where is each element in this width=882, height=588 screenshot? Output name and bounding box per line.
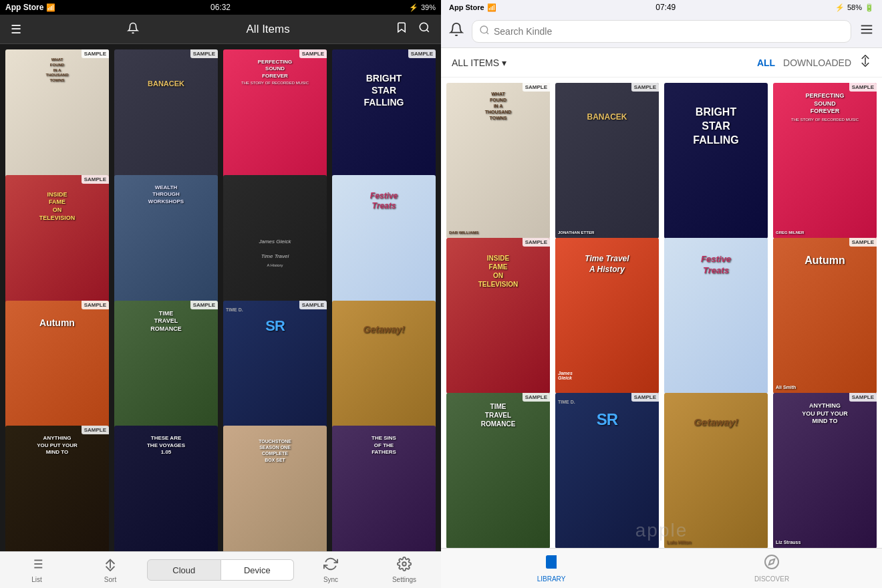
book-item[interactable]: BANACEK JONATHAN ETTER SAMPLE	[555, 83, 659, 239]
sort-label: Sort	[104, 576, 116, 583]
search-icon-left[interactable]	[418, 21, 430, 37]
menu-icon-left[interactable]: ☰	[11, 22, 21, 37]
book-title: THESE ARETHE VOYAGES1.05	[114, 432, 218, 458]
page-title-left: All Items	[247, 23, 290, 36]
book-title: Getaway!	[332, 321, 436, 338]
status-bar-right: App Store 📶 07:49 ⚡ 58% 🔋	[441, 0, 882, 15]
book-title: ANYTHINGYOU PUT YOURMIND TO	[5, 432, 109, 458]
svg-point-10	[480, 26, 488, 33]
svg-point-0	[420, 23, 428, 31]
wifi-icon-right: 📶	[487, 3, 496, 12]
sample-badge: SAMPLE	[82, 301, 109, 309]
filter-all-button[interactable]: ALL	[757, 57, 775, 68]
left-status-right: App Store 📶	[449, 3, 496, 12]
sample-badge: SAMPLE	[849, 83, 877, 92]
bluetooth-icon-left: ⚡	[409, 3, 418, 12]
book-item[interactable]: INSIDEFAMEONTELEVISION SAMPLE	[446, 238, 550, 394]
sync-button[interactable]: Sync	[294, 557, 368, 583]
sample-badge: SAMPLE	[849, 393, 877, 402]
sample-badge: SAMPLE	[190, 301, 218, 309]
wifi-icon-left: 📶	[46, 3, 55, 12]
book-title: TOUCHSTONESEASON ONECOMPLETEBOX SET	[223, 436, 327, 465]
book-item[interactable]: TIMETRAVELROMANCE SAMPLE	[446, 393, 550, 548]
book-title: Getaway!	[664, 413, 768, 432]
sample-badge: SAMPLE	[299, 301, 327, 309]
discover-label: DISCOVER	[754, 575, 789, 583]
all-items-button[interactable]: ALL ITEMS ▾	[452, 57, 506, 68]
bell-left-spacer	[127, 22, 140, 37]
sample-badge: SAMPLE	[82, 426, 109, 434]
sample-badge: SAMPLE	[82, 175, 109, 184]
sync-label: Sync	[323, 576, 338, 583]
list-icon-right[interactable]	[859, 22, 874, 40]
book-item[interactable]: Autumn Ali Smith SAMPLE	[773, 238, 877, 394]
svg-point-9	[402, 562, 406, 566]
book-grid-right: WHATFOUNDIN ATHOUSANDTOWNS DAR WILLIAMS …	[441, 78, 882, 548]
sample-badge: SAMPLE	[408, 49, 436, 58]
sort-icon-right[interactable]	[859, 55, 871, 70]
sort-button[interactable]: Sort	[74, 557, 147, 583]
status-bar-left: App Store 📶 06:32 ⚡ 39%	[0, 0, 441, 15]
filter-downloaded-button[interactable]: DOWNLOADED	[783, 57, 851, 68]
chevron-down-icon: ▾	[502, 57, 506, 68]
device-button[interactable]: Device	[221, 559, 295, 581]
settings-icon	[397, 557, 412, 575]
book-author: Liz Strauss	[773, 537, 877, 548]
sample-badge: SAMPLE	[523, 83, 550, 92]
library-icon	[543, 554, 559, 574]
discover-nav-item[interactable]: DISCOVER	[662, 554, 882, 583]
book-item[interactable]: TOUCHSTONESEASON ONECOMPLETEBOX SET	[223, 426, 327, 551]
book-author: GREG MILNER	[773, 228, 877, 238]
book-item[interactable]: THESE ARETHE VOYAGES1.05	[114, 426, 218, 551]
svg-point-16	[765, 555, 778, 569]
book-title: BANACEK	[114, 76, 218, 91]
book-item[interactable]: BRIGHTSTARFALLING	[664, 83, 768, 239]
bell-icon-right[interactable]	[449, 22, 464, 40]
left-panel: App Store 📶 06:32 ⚡ 39% ☰ All Items	[0, 0, 441, 588]
svg-marker-17	[769, 559, 774, 565]
book-title: FestiveTreats	[332, 188, 436, 214]
time-left: 06:32	[210, 3, 231, 12]
book-item[interactable]: ANYTHINGYOU PUT YOURMIND TO Liz Strauss …	[773, 393, 877, 548]
book-title: TIMETRAVELROMANCE	[114, 307, 218, 336]
book-title: BRIGHTSTARFALLING	[332, 69, 436, 112]
svg-line-11	[486, 32, 488, 34]
nav-icons-left	[396, 21, 430, 37]
search-wrapper	[472, 20, 851, 43]
book-item[interactable]: PERFECTINGSOUNDFOREVERTHE STORY OF RECOR…	[773, 83, 877, 239]
bookmark-icon-left[interactable]	[396, 21, 408, 37]
nav-bar-left: ☰ All Items	[0, 15, 441, 44]
list-button[interactable]: List	[0, 557, 74, 583]
book-item[interactable]: Time TravelA History JamesGleick	[555, 238, 659, 394]
book-title: James GleickTime Travel	[259, 238, 291, 261]
search-input-right[interactable]	[494, 26, 844, 37]
bottom-nav-right: LIBRARY DISCOVER	[441, 548, 882, 588]
book-title: Time TravelA History	[555, 251, 659, 277]
sort-icon	[103, 557, 118, 575]
book-title: SR	[555, 406, 659, 432]
cloud-button[interactable]: Cloud	[147, 559, 221, 581]
settings-button[interactable]: Settings	[368, 557, 441, 583]
sample-badge: SAMPLE	[849, 238, 877, 247]
search-icon-right	[479, 25, 490, 38]
book-author: Ali Smith	[773, 382, 877, 393]
book-item[interactable]: THE SINSOF THEFATHERS Andy Conway	[332, 426, 436, 551]
book-item[interactable]: FestiveTreats	[664, 238, 768, 394]
right-status-left: ⚡ 39%	[409, 3, 436, 12]
book-title: BRIGHTSTARFALLING	[664, 103, 768, 150]
app-store-label-left: App Store	[5, 3, 43, 12]
svg-line-1	[426, 29, 428, 31]
book-item[interactable]: ANYTHINGYOU PUT YOURMIND TO Liz Strauss …	[5, 426, 109, 551]
book-title: WHATFOUNDIN ATHOUSANDTOWNS	[5, 55, 109, 86]
sync-icon	[323, 557, 338, 575]
book-item[interactable]: WHATFOUNDIN ATHOUSANDTOWNS DAR WILLIAMS …	[446, 83, 550, 239]
battery-right: 58%	[847, 3, 862, 11]
library-nav-item[interactable]: LIBRARY	[441, 554, 662, 583]
battery-left: 39%	[421, 3, 436, 11]
book-item[interactable]: SR TIME D. SAMPLE	[555, 393, 659, 548]
sample-badge: SAMPLE	[299, 49, 327, 58]
book-title: PERFECTINGSOUNDFOREVERTHE STORY OF RECOR…	[773, 90, 877, 126]
book-item[interactable]: Getaway! Lulu Hilton	[664, 393, 768, 548]
book-title: THE SINSOF THEFATHERS	[332, 432, 436, 458]
left-status-left: App Store 📶	[5, 3, 55, 12]
